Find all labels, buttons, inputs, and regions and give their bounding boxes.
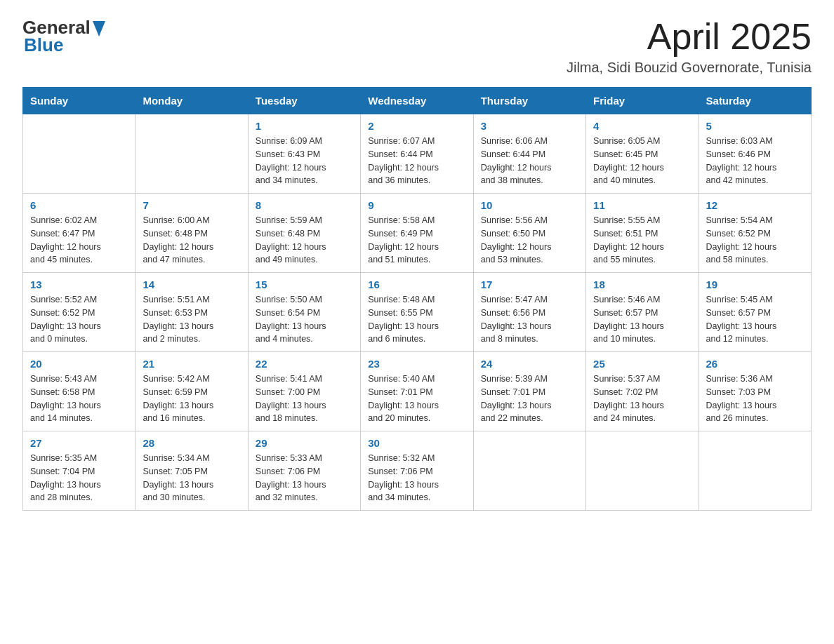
day-info: Sunrise: 5:41 AM Sunset: 7:00 PM Dayligh… (256, 373, 353, 425)
day-header-sunday: Sunday (23, 88, 135, 114)
day-info: Sunrise: 5:39 AM Sunset: 7:01 PM Dayligh… (481, 373, 578, 425)
calendar-cell (23, 114, 135, 194)
calendar-cell: 13Sunrise: 5:52 AM Sunset: 6:52 PM Dayli… (23, 273, 135, 352)
calendar-cell: 1Sunrise: 6:09 AM Sunset: 6:43 PM Daylig… (248, 114, 360, 194)
calendar-cell: 4Sunrise: 6:05 AM Sunset: 6:45 PM Daylig… (586, 114, 699, 194)
calendar-cell: 6Sunrise: 6:02 AM Sunset: 6:47 PM Daylig… (23, 194, 135, 273)
day-info: Sunrise: 5:33 AM Sunset: 7:06 PM Dayligh… (256, 452, 353, 504)
calendar-cell: 21Sunrise: 5:42 AM Sunset: 6:59 PM Dayli… (135, 352, 248, 431)
day-number: 24 (481, 358, 578, 370)
day-number: 9 (368, 199, 465, 211)
title-block: April 2025 Jilma, Sidi Bouzid Governorat… (567, 17, 812, 76)
day-info: Sunrise: 5:37 AM Sunset: 7:02 PM Dayligh… (593, 373, 691, 425)
calendar-cell: 3Sunrise: 6:06 AM Sunset: 6:44 PM Daylig… (473, 114, 585, 194)
day-number: 14 (143, 279, 240, 290)
day-header-saturday: Saturday (699, 88, 811, 114)
day-number: 2 (368, 120, 465, 132)
day-number: 11 (593, 199, 691, 211)
day-info: Sunrise: 5:32 AM Sunset: 7:06 PM Dayligh… (368, 452, 465, 504)
day-number: 1 (256, 120, 353, 132)
day-info: Sunrise: 6:07 AM Sunset: 6:44 PM Dayligh… (368, 135, 465, 187)
day-info: Sunrise: 5:50 AM Sunset: 6:54 PM Dayligh… (256, 293, 353, 346)
day-number: 5 (706, 120, 804, 132)
calendar-subtitle: Jilma, Sidi Bouzid Governorate, Tunisia (567, 60, 812, 76)
day-info: Sunrise: 5:51 AM Sunset: 6:53 PM Dayligh… (143, 293, 240, 346)
calendar-cell: 30Sunrise: 5:32 AM Sunset: 7:06 PM Dayli… (361, 431, 473, 511)
day-number: 3 (481, 120, 578, 132)
day-number: 16 (368, 279, 465, 290)
calendar-cell (699, 431, 811, 511)
calendar-cell: 22Sunrise: 5:41 AM Sunset: 7:00 PM Dayli… (248, 352, 360, 431)
calendar-cell: 2Sunrise: 6:07 AM Sunset: 6:44 PM Daylig… (361, 114, 473, 194)
calendar-cell: 25Sunrise: 5:37 AM Sunset: 7:02 PM Dayli… (586, 352, 699, 431)
week-row-4: 20Sunrise: 5:43 AM Sunset: 6:58 PM Dayli… (23, 352, 812, 431)
calendar-header-row: SundayMondayTuesdayWednesdayThursdayFrid… (23, 88, 812, 114)
day-info: Sunrise: 5:36 AM Sunset: 7:03 PM Dayligh… (706, 373, 804, 425)
calendar-cell: 5Sunrise: 6:03 AM Sunset: 6:46 PM Daylig… (699, 114, 811, 194)
day-info: Sunrise: 5:54 AM Sunset: 6:52 PM Dayligh… (706, 214, 804, 267)
calendar-cell: 17Sunrise: 5:47 AM Sunset: 6:56 PM Dayli… (473, 273, 585, 352)
calendar-cell: 9Sunrise: 5:58 AM Sunset: 6:49 PM Daylig… (361, 194, 473, 273)
day-info: Sunrise: 6:00 AM Sunset: 6:48 PM Dayligh… (143, 214, 240, 267)
svg-marker-0 (93, 21, 105, 36)
day-number: 22 (256, 358, 353, 370)
calendar-cell: 24Sunrise: 5:39 AM Sunset: 7:01 PM Dayli… (473, 352, 585, 431)
day-number: 26 (706, 358, 804, 370)
day-number: 23 (368, 358, 465, 370)
day-number: 19 (706, 279, 804, 290)
logo: General Blue (22, 17, 105, 56)
calendar-title: April 2025 (567, 17, 812, 57)
day-number: 29 (256, 437, 353, 449)
calendar-cell: 28Sunrise: 5:34 AM Sunset: 7:05 PM Dayli… (135, 431, 248, 511)
calendar-cell: 10Sunrise: 5:56 AM Sunset: 6:50 PM Dayli… (473, 194, 585, 273)
day-number: 13 (30, 279, 128, 290)
calendar-cell (135, 114, 248, 194)
day-info: Sunrise: 5:45 AM Sunset: 6:57 PM Dayligh… (706, 293, 804, 346)
day-number: 15 (256, 279, 353, 290)
day-info: Sunrise: 5:47 AM Sunset: 6:56 PM Dayligh… (481, 293, 578, 346)
day-number: 10 (481, 199, 578, 211)
day-info: Sunrise: 6:09 AM Sunset: 6:43 PM Dayligh… (256, 135, 353, 187)
day-number: 18 (593, 279, 691, 290)
day-info: Sunrise: 5:34 AM Sunset: 7:05 PM Dayligh… (143, 452, 240, 504)
day-number: 7 (143, 199, 240, 211)
week-row-1: 1Sunrise: 6:09 AM Sunset: 6:43 PM Daylig… (23, 114, 812, 194)
week-row-2: 6Sunrise: 6:02 AM Sunset: 6:47 PM Daylig… (23, 194, 812, 273)
day-number: 30 (368, 437, 465, 449)
day-header-friday: Friday (586, 88, 699, 114)
calendar-cell: 29Sunrise: 5:33 AM Sunset: 7:06 PM Dayli… (248, 431, 360, 511)
day-number: 6 (30, 199, 128, 211)
calendar-cell: 11Sunrise: 5:55 AM Sunset: 6:51 PM Dayli… (586, 194, 699, 273)
day-number: 27 (30, 437, 128, 449)
day-info: Sunrise: 5:55 AM Sunset: 6:51 PM Dayligh… (593, 214, 691, 267)
day-number: 12 (706, 199, 804, 211)
calendar-cell: 27Sunrise: 5:35 AM Sunset: 7:04 PM Dayli… (23, 431, 135, 511)
calendar-cell: 26Sunrise: 5:36 AM Sunset: 7:03 PM Dayli… (699, 352, 811, 431)
calendar-cell (473, 431, 585, 511)
day-info: Sunrise: 5:58 AM Sunset: 6:49 PM Dayligh… (368, 214, 465, 267)
week-row-3: 13Sunrise: 5:52 AM Sunset: 6:52 PM Dayli… (23, 273, 812, 352)
calendar-cell: 8Sunrise: 5:59 AM Sunset: 6:48 PM Daylig… (248, 194, 360, 273)
day-info: Sunrise: 5:48 AM Sunset: 6:55 PM Dayligh… (368, 293, 465, 346)
logo-triangle-icon (93, 21, 105, 36)
day-number: 17 (481, 279, 578, 290)
week-row-5: 27Sunrise: 5:35 AM Sunset: 7:04 PM Dayli… (23, 431, 812, 511)
day-info: Sunrise: 5:52 AM Sunset: 6:52 PM Dayligh… (30, 293, 128, 346)
day-info: Sunrise: 5:42 AM Sunset: 6:59 PM Dayligh… (143, 373, 240, 425)
day-header-thursday: Thursday (473, 88, 585, 114)
calendar-cell: 14Sunrise: 5:51 AM Sunset: 6:53 PM Dayli… (135, 273, 248, 352)
day-info: Sunrise: 6:03 AM Sunset: 6:46 PM Dayligh… (706, 135, 804, 187)
calendar-cell: 18Sunrise: 5:46 AM Sunset: 6:57 PM Dayli… (586, 273, 699, 352)
day-number: 8 (256, 199, 353, 211)
day-info: Sunrise: 6:06 AM Sunset: 6:44 PM Dayligh… (481, 135, 578, 187)
day-info: Sunrise: 5:43 AM Sunset: 6:58 PM Dayligh… (30, 373, 128, 425)
day-number: 4 (593, 120, 691, 132)
day-number: 21 (143, 358, 240, 370)
day-number: 25 (593, 358, 691, 370)
calendar-cell: 20Sunrise: 5:43 AM Sunset: 6:58 PM Dayli… (23, 352, 135, 431)
day-info: Sunrise: 5:46 AM Sunset: 6:57 PM Dayligh… (593, 293, 691, 346)
day-info: Sunrise: 5:40 AM Sunset: 7:01 PM Dayligh… (368, 373, 465, 425)
day-number: 28 (143, 437, 240, 449)
calendar-cell: 19Sunrise: 5:45 AM Sunset: 6:57 PM Dayli… (699, 273, 811, 352)
logo-blue: Blue (24, 34, 63, 56)
